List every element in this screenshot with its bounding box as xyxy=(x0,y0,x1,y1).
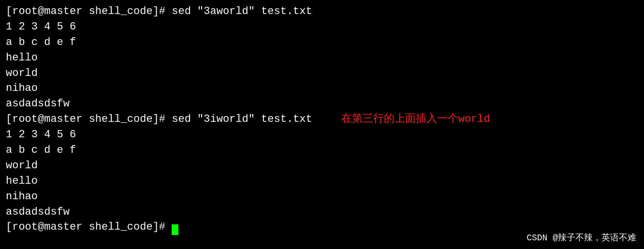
terminal-line-8: [root@master shell_code]# sed "3iworld" … xyxy=(6,112,638,127)
line-text-15: [root@master shell_code]# xyxy=(6,220,178,235)
cmd-1: sed "3aworld" test.txt xyxy=(165,5,312,17)
prompt-8: [root@master shell_code]# xyxy=(6,113,165,125)
line-text-8: [root@master shell_code]# sed "3iworld" … xyxy=(6,112,312,127)
terminal-line-11: world xyxy=(6,158,638,174)
terminal-cursor xyxy=(172,224,178,235)
watermark: CSDN @辣子不辣，英语不难 xyxy=(527,232,636,244)
terminal-line-5: world xyxy=(6,66,638,81)
terminal-line-12: hello xyxy=(6,174,638,189)
terminal-line-4: hello xyxy=(6,50,638,66)
terminal: [root@master shell_code]# sed "3aworld" … xyxy=(0,0,644,249)
terminal-line-13: nihao xyxy=(6,189,638,205)
terminal-line-3: a b c d e f xyxy=(6,35,638,50)
terminal-line-2: 1 2 3 4 5 6 xyxy=(6,19,638,35)
cmd-15 xyxy=(165,221,172,233)
cmd-8: sed "3iworld" test.txt xyxy=(165,113,312,125)
terminal-line-7: asdadsdsfw xyxy=(6,96,638,112)
terminal-line-1: [root@master shell_code]# sed "3aworld" … xyxy=(6,4,638,19)
terminal-line-9: 1 2 3 4 5 6 xyxy=(6,127,638,143)
prompt-1: [root@master shell_code]# xyxy=(6,5,165,17)
line-text-1: [root@master shell_code]# sed "3aworld" … xyxy=(6,4,312,19)
terminal-line-10: a b c d e f xyxy=(6,143,638,158)
terminal-line-6: nihao xyxy=(6,81,638,96)
terminal-line-14: asdadsdsfw xyxy=(6,205,638,220)
prompt-15: [root@master shell_code]# xyxy=(6,221,165,233)
annotation-8: 在第三行的上面插入一个world xyxy=(341,112,490,127)
